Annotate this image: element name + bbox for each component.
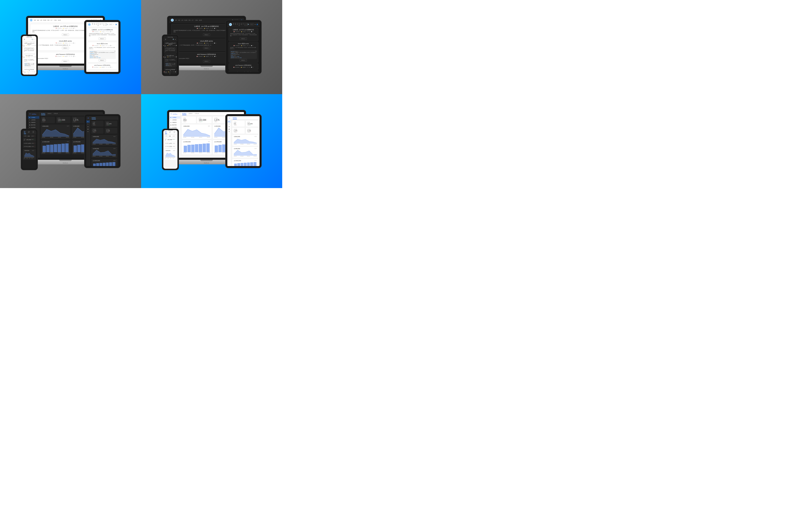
read-more-button[interactable]: 阅读全文 [62, 34, 69, 36]
search-icon[interactable]: 🔍 [107, 24, 108, 25]
nav-item-6[interactable]: 工具站 [54, 20, 57, 21]
chart-period-toggle[interactable]: 近7天 [208, 126, 210, 127]
chart-period-toggle[interactable]: 近7天 [67, 141, 69, 142]
admin-logo[interactable]: ✦ VanBlog [86, 117, 90, 120]
post-title[interactable]: Ubuntu 配置 samba [230, 43, 257, 45]
copy-icon[interactable]: ⧉ [114, 51, 115, 52]
read-more-button[interactable]: 阅读全文 [62, 60, 69, 62]
sidebar-item-2[interactable]: ▤ 草稿管理 [28, 121, 39, 124]
site-logo[interactable] [229, 23, 232, 26]
theme-toggle-icon[interactable]: ☀ [175, 39, 176, 40]
admin-logo[interactable]: ✦ VanBlog [227, 117, 231, 120]
post-title[interactable]: antd Password 关闭自动补全 [230, 64, 257, 66]
copy-icon[interactable]: ⧉ [33, 63, 34, 64]
read-more-button[interactable]: 阅读全文 [240, 59, 247, 61]
chart-period-toggle[interactable]: 近7天 [113, 136, 116, 137]
nav-item-2[interactable]: 分类 [96, 23, 97, 26]
site-logo[interactable] [30, 19, 33, 22]
tab-0[interactable]: 数据概览 [24, 131, 26, 134]
chart-period-toggle[interactable]: 近7天 [113, 160, 116, 161]
chart-period-toggle[interactable]: 近7天 [113, 148, 116, 149]
sidebar-item-0[interactable]: ◧ 分析概览 [227, 120, 231, 123]
nav-item-5[interactable]: 关于 [192, 20, 194, 21]
nav-item-0[interactable]: 首页 [92, 23, 93, 26]
post-title[interactable]: Ubuntu 配置 samba [165, 55, 176, 56]
tab-0[interactable]: 数据概览 [165, 131, 167, 134]
sidebar-item-3[interactable]: ▦ 图片管理 [86, 128, 90, 130]
search-icon[interactable]: 🔍 [248, 24, 249, 25]
read-more-button[interactable]: 阅读全文 [99, 59, 106, 61]
search-icon[interactable]: 🔍 [173, 39, 174, 40]
theme-toggle-icon[interactable]: ☾ [113, 24, 114, 25]
read-more-button[interactable]: 阅读全文 [99, 37, 106, 40]
sidebar-item-3[interactable]: ▦ 图片管理 [227, 128, 231, 130]
nav-item-0[interactable]: 首页 [34, 20, 36, 21]
copy-icon[interactable]: ⧉ [255, 51, 256, 52]
post-title[interactable]: antd Password 关闭自动补全 [165, 69, 176, 71]
nav-item-3[interactable]: 时间线 [43, 20, 46, 21]
tab-1[interactable]: 访客统计 [169, 131, 171, 134]
chart-period-toggle[interactable]: 近7天 [254, 136, 256, 137]
post-title[interactable]: antd Password 关闭自动补全 [24, 69, 35, 71]
theme-toggle-icon[interactable]: ☾ [34, 39, 35, 40]
nav-item-4[interactable]: 友链 [48, 20, 50, 21]
post-title[interactable]: code-server node not found [230, 72, 257, 72]
sidebar-item-0[interactable]: ◧ 分析概览 [86, 120, 90, 123]
post-title[interactable]: code-server node not found [89, 72, 116, 72]
post-title[interactable]: antd Password 关闭自动补全 [89, 64, 116, 66]
tab-0[interactable]: 数据概览 [182, 113, 186, 115]
sidebar-item-0[interactable]: ◧ 分析概览 [28, 116, 39, 119]
sidebar-item-3[interactable]: ▦ 图片管理 [28, 124, 39, 126]
post-title[interactable]: Ubuntu 配置 samba [89, 43, 116, 45]
sidebar-item-4[interactable]: ⚙ 站点管理 [169, 126, 180, 129]
nav-item-3[interactable]: 时间线 [184, 20, 187, 21]
nav-item-7[interactable]: 知识库 [58, 20, 61, 21]
read-more-button[interactable]: 阅读全文 [203, 60, 210, 62]
tab-1[interactable]: 访客统计 [189, 113, 193, 115]
copy-icon[interactable]: ⧉ [174, 63, 175, 64]
tab-2[interactable]: 文章分析 [33, 131, 35, 134]
sidebar-item-1[interactable]: ✎ 文章管理 [227, 123, 231, 125]
read-more-button[interactable]: 阅读全文 [240, 37, 247, 40]
nav-item-2[interactable]: 分类 [237, 23, 238, 26]
menu-icon[interactable]: ☰ [24, 39, 25, 40]
sidebar-item-4[interactable]: ⚙ 站点管理 [86, 130, 90, 133]
nav-item-5[interactable]: 关于 [243, 23, 244, 26]
theme-toggle-icon[interactable]: ☀ [254, 24, 255, 25]
chart-period-toggle[interactable]: 近7天 [32, 150, 34, 151]
sidebar-item-1[interactable]: ✎ 文章管理 [86, 123, 90, 125]
post-title[interactable]: 让威联通、pve 共享 ups 实现断电关机 [165, 43, 176, 45]
admin-logo[interactable]: ✦ VanBlog [28, 113, 39, 116]
nav-item-1[interactable]: 标签 [235, 23, 236, 26]
sidebar-item-1[interactable]: ✎ 文章管理 [28, 119, 39, 121]
nav-item-4[interactable]: 友链 [100, 23, 100, 26]
tab-2[interactable]: 文章分析 [195, 113, 199, 115]
chart-period-toggle[interactable]: 近7天 [208, 141, 210, 142]
site-logo[interactable] [171, 19, 174, 22]
chart-period-toggle[interactable]: 近7天 [67, 126, 69, 127]
chart-period-toggle[interactable]: 近7天 [173, 150, 175, 151]
nav-item-4[interactable]: 友链 [189, 20, 191, 21]
sidebar-item-2[interactable]: ▤ 草稿管理 [86, 125, 90, 128]
read-more-button[interactable]: 阅读全文 [203, 34, 210, 36]
sidebar-item-2[interactable]: ▤ 草稿管理 [227, 125, 231, 128]
search-icon[interactable]: 🔍 [32, 39, 33, 40]
tab-0[interactable]: 数据概览 [41, 113, 45, 115]
nav-item-6[interactable]: 工具站 [103, 23, 104, 26]
chart-period-toggle[interactable]: 近7天 [254, 160, 256, 161]
nav-item-2[interactable]: 分类 [181, 20, 183, 21]
tab-0[interactable]: 数据概览 [233, 117, 237, 119]
sidebar-item-2[interactable]: ▤ 草稿管理 [169, 121, 180, 124]
sidebar-item-3[interactable]: ▦ 图片管理 [169, 124, 180, 126]
tab-1[interactable]: 访客统计 [48, 113, 52, 115]
chart-period-toggle[interactable]: 近7天 [254, 148, 256, 149]
sidebar-item-4[interactable]: ⚙ 站点管理 [28, 126, 39, 129]
post-title[interactable]: 让威联通、pve 共享 ups 实现断电关机 [89, 29, 116, 31]
sidebar-item-0[interactable]: ◧ 分析概览 [169, 116, 180, 119]
read-more-button[interactable]: 阅读全文 [203, 47, 210, 49]
tab-0[interactable]: 数据概览 [92, 117, 96, 119]
read-more-button[interactable]: 阅读全文 [62, 47, 69, 49]
user-icon[interactable]: 👤 [256, 24, 258, 25]
nav-item-7[interactable]: 知识库 [199, 20, 202, 21]
nav-item-0[interactable]: 首页 [175, 20, 177, 21]
